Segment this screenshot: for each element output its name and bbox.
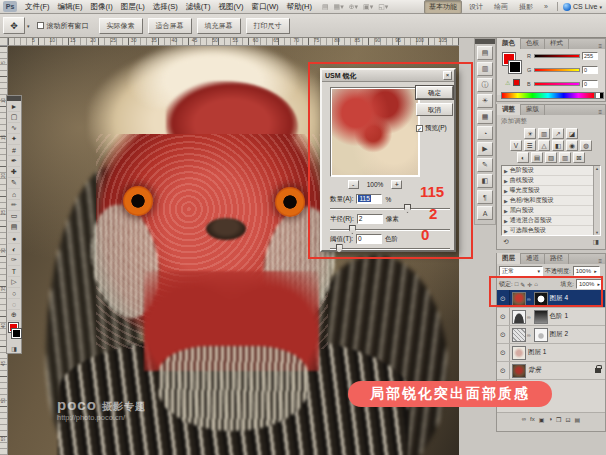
workspace-essentials-button[interactable]: 基本功能 xyxy=(424,0,462,14)
adjustment-icon[interactable]: ▨ xyxy=(545,152,557,163)
opacity-select[interactable]: 100%▸ xyxy=(573,266,600,276)
expand-arrow-icon[interactable]: ▶ xyxy=(504,218,508,224)
visibility-eye-icon[interactable]: ⊙ xyxy=(497,362,510,379)
tool-preset-caret-icon[interactable]: ▾ xyxy=(27,23,30,29)
dock-panel-icon[interactable]: ▶ xyxy=(477,142,493,156)
workspace-painting-button[interactable]: 绘画 xyxy=(490,1,512,13)
return-to-list-icon[interactable]: ⟲ xyxy=(503,238,508,246)
blue-value[interactable]: 0 xyxy=(582,80,598,88)
adjustment-icon[interactable]: ◍ xyxy=(580,140,592,151)
expand-arrow-icon[interactable]: ▶ xyxy=(504,198,508,204)
menu-item[interactable]: 编辑(E) xyxy=(54,2,87,12)
expand-arrow-icon[interactable]: ▶ xyxy=(504,188,508,194)
expand-arrow-icon[interactable]: ▶ xyxy=(504,208,508,214)
dock-panel-icon[interactable]: ◔ xyxy=(477,126,493,140)
preset-item[interactable]: ▶ 通道混合器预设 xyxy=(502,216,600,226)
visibility-eye-icon[interactable]: ⊙ xyxy=(497,308,510,325)
layer-row-levels1[interactable]: ⊙ ∞ 色阶 1 xyxy=(497,308,605,326)
color-spectrum-ramp[interactable] xyxy=(501,92,595,99)
view-button[interactable]: 打印尺寸 xyxy=(246,18,290,34)
panel-menu-icon[interactable]: ≡ xyxy=(598,258,605,264)
tool-button[interactable]: ○ xyxy=(8,288,20,299)
tab-paths[interactable]: 路径 xyxy=(545,253,569,264)
preset-item[interactable]: ▶ 曝光度预设 xyxy=(502,186,600,196)
adjustment-icon[interactable]: ◧ xyxy=(552,140,564,151)
adjustment-icon[interactable]: ▥ xyxy=(559,152,571,163)
adjustment-icon[interactable]: ◪ xyxy=(566,128,578,139)
menubar-tool-icon[interactable]: ▣▾ xyxy=(363,3,373,11)
tool-button[interactable]: ◌ xyxy=(8,299,20,310)
menu-item[interactable]: 视图(V) xyxy=(214,2,247,12)
menu-item[interactable]: 帮助(H) xyxy=(283,2,316,12)
preset-item[interactable]: ▶ 黑白预设 xyxy=(502,206,600,216)
menubar-tool-icon[interactable]: ▦▾ xyxy=(334,3,344,11)
layer-thumbnail[interactable] xyxy=(512,310,526,324)
tool-button[interactable]: ▢ xyxy=(8,112,20,123)
tab-channels[interactable]: 通道 xyxy=(521,253,545,264)
preset-item[interactable]: ▶ 可选颜色预设 xyxy=(502,226,600,236)
layers-footer-icon[interactable]: ❒ xyxy=(556,416,561,423)
tool-button[interactable]: ⊕ xyxy=(8,310,20,321)
adjustment-icon[interactable]: ▥ xyxy=(538,128,550,139)
dock-panel-icon[interactable]: ▦ xyxy=(477,110,493,124)
mask-link-icon[interactable]: ∞ xyxy=(527,314,531,320)
dock-header[interactable] xyxy=(475,39,495,44)
menu-item[interactable]: 窗口(W) xyxy=(247,2,282,12)
expand-arrow-icon[interactable]: ▶ xyxy=(504,228,508,234)
blue-slider[interactable] xyxy=(534,82,580,86)
tool-button[interactable]: T xyxy=(8,266,20,277)
layer-row-layer2[interactable]: ⊙ ∞ 图层 2 xyxy=(497,326,605,344)
tool-button[interactable]: # xyxy=(8,145,20,156)
layer-thumbnail[interactable] xyxy=(512,346,526,360)
tool-button[interactable]: ✎ xyxy=(8,178,20,189)
hand-tool-icon[interactable]: ✥ xyxy=(3,17,25,34)
blend-mode-select[interactable]: 正常▾ xyxy=(499,266,543,276)
tool-button[interactable]: ► xyxy=(8,101,20,112)
menubar-tool-icon[interactable]: ⊕▾ xyxy=(349,3,358,11)
preset-item[interactable]: ▶ 色阶预设 xyxy=(502,166,600,176)
red-slider[interactable] xyxy=(534,54,580,58)
layers-footer-icon[interactable]: ⊡ xyxy=(565,416,570,423)
menu-item[interactable]: 图层(L) xyxy=(117,2,149,12)
layer-thumbnail[interactable] xyxy=(512,364,526,378)
adjustment-icon[interactable]: ◐ xyxy=(517,152,529,163)
tool-button[interactable]: ● xyxy=(8,233,20,244)
background-color-swatch[interactable] xyxy=(509,61,521,73)
layer-mask-thumbnail[interactable] xyxy=(534,310,548,324)
view-button[interactable]: 填充屏幕 xyxy=(197,18,241,34)
dock-panel-icon[interactable]: ◧ xyxy=(477,174,493,188)
scroll-all-windows-checkbox[interactable] xyxy=(37,22,44,29)
layer-mask-thumbnail[interactable] xyxy=(534,328,548,342)
layers-footer-icon[interactable]: ∞ xyxy=(522,416,526,422)
red-value[interactable]: 255 xyxy=(582,52,598,60)
layers-footer-icon[interactable]: fx xyxy=(530,416,535,422)
layer-thumbnail[interactable] xyxy=(512,328,526,342)
mask-link-icon[interactable]: ∞ xyxy=(527,332,531,338)
adjustment-icon[interactable]: ◉ xyxy=(566,140,578,151)
expand-arrow-icon[interactable]: ▶ xyxy=(504,168,508,174)
tool-button[interactable]: ✦ xyxy=(8,134,20,145)
preset-scrollbar[interactable]: ▲▼ xyxy=(593,166,600,235)
expand-panel-icon[interactable]: ◨ xyxy=(593,238,599,246)
green-value[interactable]: 0 xyxy=(582,66,598,74)
tool-button[interactable]: ⌂ xyxy=(8,189,20,200)
layers-footer-icon[interactable]: ▤ xyxy=(575,416,581,423)
tab-swatches[interactable]: 色板 xyxy=(521,38,545,49)
tool-button[interactable]: ✏ xyxy=(8,200,20,211)
dock-panel-icon[interactable]: ☀ xyxy=(477,94,493,108)
menubar-tool-icon[interactable]: ▤ xyxy=(322,3,329,11)
workspace-photography-button[interactable]: 摄影 xyxy=(515,1,537,13)
menu-item[interactable]: 图像(I) xyxy=(87,2,117,12)
tool-button[interactable]: ∿ xyxy=(8,123,20,134)
adjustment-icon[interactable]: V xyxy=(510,140,522,151)
adjustment-icon[interactable]: ▤ xyxy=(531,152,543,163)
layers-footer-icon[interactable]: ◑ xyxy=(548,416,552,422)
adjustment-icon[interactable]: ↗ xyxy=(552,128,564,139)
green-slider[interactable] xyxy=(534,68,580,72)
dock-panel-icon[interactable]: ¶ xyxy=(477,190,493,204)
tool-button[interactable]: ▭ xyxy=(8,211,20,222)
adjustment-icon[interactable]: △ xyxy=(538,140,550,151)
spectrum-bw-end[interactable] xyxy=(595,92,604,99)
tab-layers[interactable]: 图层 xyxy=(497,253,521,264)
adjustment-icon[interactable]: ☰ xyxy=(524,140,536,151)
